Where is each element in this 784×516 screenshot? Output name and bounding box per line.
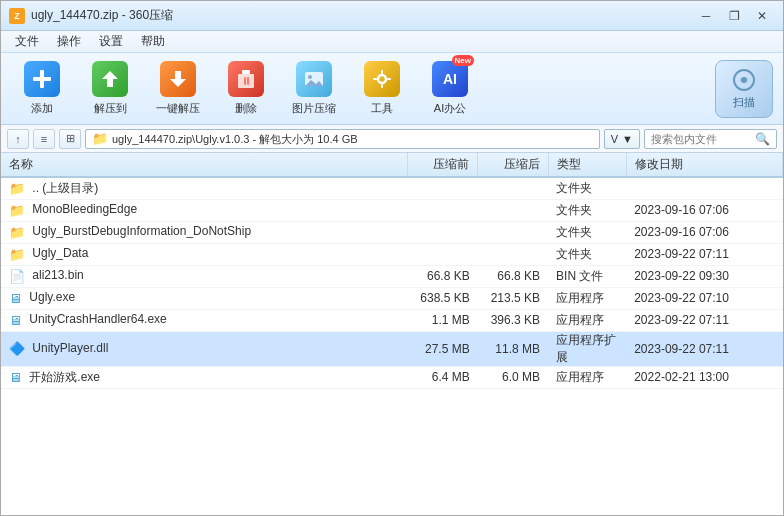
extract-label: 解压到 xyxy=(94,101,127,116)
cell-name: 📁 MonoBleedingEdge xyxy=(1,199,407,221)
file-icon: 📁 xyxy=(9,181,25,196)
cell-comp-after: 11.8 MB xyxy=(478,331,548,366)
cell-type: 应用程序 xyxy=(548,309,626,331)
version-label: V xyxy=(611,133,618,145)
file-name: UnityCrashHandler64.exe xyxy=(29,312,166,326)
file-icon: 📁 xyxy=(9,225,25,240)
cell-name: 🖥 开始游戏.exe xyxy=(1,366,407,388)
svg-rect-12 xyxy=(381,70,383,74)
svg-rect-5 xyxy=(242,70,250,74)
file-icon: 📁 xyxy=(9,203,25,218)
cell-type: 文件夹 xyxy=(548,177,626,199)
table-row[interactable]: 🖥 Ugly.exe 638.5 KB 213.5 KB 应用程序 2023-0… xyxy=(1,287,783,309)
search-icon[interactable]: 🔍 xyxy=(755,132,770,146)
cell-date: 2023-09-22 07:10 xyxy=(626,287,782,309)
file-name: Ugly.exe xyxy=(29,290,75,304)
title-bar: Z ugly_144470.zip - 360压缩 ─ ❐ ✕ xyxy=(1,1,783,31)
cell-comp-before xyxy=(407,221,477,243)
tools-button[interactable]: 工具 xyxy=(351,59,413,119)
imgcomp-button[interactable]: 图片压缩 xyxy=(283,59,345,119)
file-tbody: 📁 .. (上级目录) 文件夹 📁 MonoBleedingEdge 文件夹 2… xyxy=(1,177,783,388)
svg-rect-14 xyxy=(373,78,377,80)
file-name: Ugly_BurstDebugInformation_DoNotShip xyxy=(32,224,251,238)
svg-marker-2 xyxy=(102,71,118,87)
svg-rect-6 xyxy=(244,77,246,85)
svg-marker-3 xyxy=(170,71,186,87)
cell-type: 文件夹 xyxy=(548,243,626,265)
table-row[interactable]: 📁 Ugly_BurstDebugInformation_DoNotShip 文… xyxy=(1,221,783,243)
cell-name: 📁 Ugly_BurstDebugInformation_DoNotShip xyxy=(1,221,407,243)
menu-file[interactable]: 文件 xyxy=(7,31,47,52)
onekey-button[interactable]: 一键解压 xyxy=(147,59,209,119)
cell-date: 2023-09-16 07:06 xyxy=(626,199,782,221)
menu-settings[interactable]: 设置 xyxy=(91,31,131,52)
dropdown-arrow: ▼ xyxy=(622,133,633,145)
file-list-container[interactable]: 名称 压缩前 压缩后 类型 修改日期 📁 .. (上级目录) 文件夹 📁 Mon… xyxy=(1,153,783,516)
nav-back-button[interactable]: ↑ xyxy=(7,129,29,149)
col-type: 类型 xyxy=(548,153,626,177)
nav-grid-button[interactable]: ⊞ xyxy=(59,129,81,149)
cell-comp-after: 66.8 KB xyxy=(478,265,548,287)
col-comp-before: 压缩前 xyxy=(407,153,477,177)
cell-comp-after xyxy=(478,199,548,221)
file-icon: 🖥 xyxy=(9,291,22,306)
cell-name: 📄 ali213.bin xyxy=(1,265,407,287)
table-row[interactable]: 📄 ali213.bin 66.8 KB 66.8 KB BIN 文件 2023… xyxy=(1,265,783,287)
toolbar: 添加 解压到 一键解压 删除 图片压缩 工具 AI New AI办 xyxy=(1,53,783,125)
cell-comp-before: 1.1 MB xyxy=(407,309,477,331)
file-table: 名称 压缩前 压缩后 类型 修改日期 📁 .. (上级目录) 文件夹 📁 Mon… xyxy=(1,153,783,389)
version-dropdown[interactable]: V ▼ xyxy=(604,129,640,149)
cell-comp-before xyxy=(407,243,477,265)
address-input[interactable]: 📁 ugly_144470.zip\Ugly.v1.0.3 - 解包大小为 10… xyxy=(85,129,600,149)
cell-name: 🖥 UnityCrashHandler64.exe xyxy=(1,309,407,331)
ai-button[interactable]: AI New AI办公 xyxy=(419,59,481,119)
new-badge: New xyxy=(452,55,474,66)
add-button[interactable]: 添加 xyxy=(11,59,73,119)
table-row[interactable]: 📁 Ugly_Data 文件夹 2023-09-22 07:11 xyxy=(1,243,783,265)
cell-comp-after xyxy=(478,177,548,199)
cell-type: 应用程序 xyxy=(548,366,626,388)
table-row[interactable]: 📁 MonoBleedingEdge 文件夹 2023-09-16 07:06 xyxy=(1,199,783,221)
file-icon: 🖥 xyxy=(9,313,22,328)
main-content: 名称 压缩前 压缩后 类型 修改日期 📁 .. (上级目录) 文件夹 📁 Mon… xyxy=(1,153,783,516)
imgcomp-label: 图片压缩 xyxy=(292,101,336,116)
cell-comp-before: 27.5 MB xyxy=(407,331,477,366)
close-button[interactable]: ✕ xyxy=(749,6,775,26)
table-row[interactable]: 🖥 UnityCrashHandler64.exe 1.1 MB 396.3 K… xyxy=(1,309,783,331)
onekey-icon xyxy=(160,61,196,97)
tools-icon xyxy=(364,61,400,97)
cell-type: 应用程序扩展 xyxy=(548,331,626,366)
search-input[interactable] xyxy=(651,133,751,145)
restore-button[interactable]: ❐ xyxy=(721,6,747,26)
cell-name: 📁 Ugly_Data xyxy=(1,243,407,265)
svg-rect-7 xyxy=(247,77,249,85)
cell-date: 2023-09-16 07:06 xyxy=(626,221,782,243)
extract-button[interactable]: 解压到 xyxy=(79,59,141,119)
cell-comp-before: 638.5 KB xyxy=(407,287,477,309)
nav-list-button[interactable]: ≡ xyxy=(33,129,55,149)
imgcomp-icon xyxy=(296,61,332,97)
scan-button[interactable]: 扫描 xyxy=(715,60,773,118)
cell-date: 2023-09-22 07:11 xyxy=(626,243,782,265)
file-name: MonoBleedingEdge xyxy=(32,202,137,216)
window-controls: ─ ❐ ✕ xyxy=(693,6,775,26)
cell-date: 2023-09-22 07:11 xyxy=(626,309,782,331)
minimize-button[interactable]: ─ xyxy=(693,6,719,26)
cell-type: BIN 文件 xyxy=(548,265,626,287)
file-name: 开始游戏.exe xyxy=(29,370,100,384)
address-path: ugly_144470.zip\Ugly.v1.0.3 - 解包大小为 10.4… xyxy=(112,129,358,149)
cell-date: 2022-02-21 13:00 xyxy=(626,366,782,388)
title-text: ugly_144470.zip - 360压缩 xyxy=(31,7,173,24)
menu-operation[interactable]: 操作 xyxy=(49,31,89,52)
cell-date: 2023-09-22 07:11 xyxy=(626,331,782,366)
menu-help[interactable]: 帮助 xyxy=(133,31,173,52)
table-row[interactable]: 🔷 UnityPlayer.dll 27.5 MB 11.8 MB 应用程序扩展… xyxy=(1,331,783,366)
svg-rect-1 xyxy=(33,77,51,81)
table-row[interactable]: 🖥 开始游戏.exe 6.4 MB 6.0 MB 应用程序 2022-02-21… xyxy=(1,366,783,388)
table-row[interactable]: 📁 .. (上级目录) 文件夹 xyxy=(1,177,783,199)
delete-button[interactable]: 删除 xyxy=(215,59,277,119)
delete-icon xyxy=(228,61,264,97)
col-comp-after: 压缩后 xyxy=(478,153,548,177)
file-name: .. (上级目录) xyxy=(32,181,98,195)
ai-label: AI办公 xyxy=(434,101,466,116)
